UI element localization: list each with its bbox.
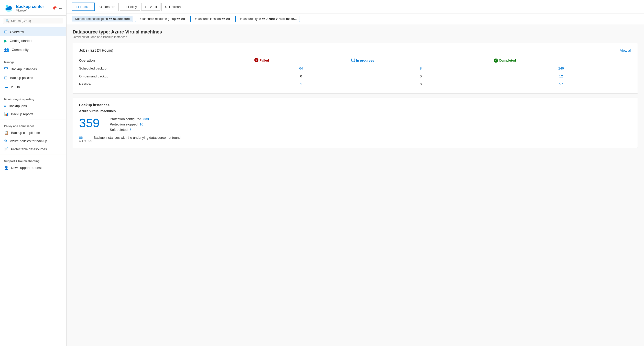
sidebar-item-overview[interactable]: ⊞ Overview — [0, 27, 66, 36]
in-progress-val: 0 — [351, 72, 494, 80]
search-icon: 🔍 — [5, 19, 9, 23]
failed-val: 1 — [254, 80, 351, 88]
bi-stat-value[interactable]: 338 — [143, 117, 149, 121]
sidebar-item-new-support-request[interactable]: 👤 New support request — [0, 164, 66, 172]
backup-button[interactable]: + + Backup — [72, 3, 95, 11]
bi-stat-label: Soft deleted — [110, 128, 127, 132]
backup-jobs-icon: ≡ — [4, 104, 6, 108]
manage-section-label: Manage — [0, 57, 66, 65]
search-container: 🔍 — [0, 16, 66, 26]
bi-card-subtitle: Azure Virtual machines — [79, 109, 631, 113]
search-input[interactable] — [11, 19, 61, 23]
sidebar-item-label: Overview — [10, 30, 24, 34]
sidebar-item-community[interactable]: 👥 Community — [0, 45, 66, 54]
monitoring-section-label: Monitoring + reporting — [0, 95, 66, 102]
sidebar-item-label: Vaults — [11, 85, 20, 89]
sidebar-item-azure-policies[interactable]: ⚙ Azure policies for backup — [0, 137, 66, 145]
bi-stat-row: Protection configured 338 — [110, 117, 149, 121]
bi-stat-label: Protection stopped — [110, 122, 137, 126]
table-row: Restore 1 0 57 — [79, 80, 631, 88]
support-section-label: Support + troubleshooting — [0, 156, 66, 164]
sidebar-header: Backup center Microsoft 📌 ··· — [0, 0, 66, 16]
backup-instances-card: Backup instances Azure Virtual machines … — [73, 98, 638, 148]
sidebar-item-backup-reports[interactable]: 📊 Backup reports — [0, 110, 66, 118]
bi-footer-num[interactable]: 86 — [79, 136, 92, 140]
filter-location[interactable]: Datasource location == All — [190, 16, 233, 22]
sidebar-item-label: Backup jobs — [9, 104, 27, 108]
plus-icon: + — [75, 5, 77, 9]
sidebar-item-getting-started[interactable]: ▶ Getting started — [0, 36, 66, 45]
op-label: Scheduled backup — [79, 64, 254, 72]
sidebar-item-backup-policies[interactable]: ⊞ Backup policies — [0, 73, 66, 82]
app-title-block: Backup center Microsoft — [16, 4, 44, 12]
jobs-card-title: Jobs (last 24 Hours) View all — [79, 48, 631, 52]
bi-stat-label: Protection configured — [110, 117, 141, 121]
vault-button-label: + Vault — [147, 5, 157, 9]
jobs-card: Jobs (last 24 Hours) View all Operation … — [73, 43, 638, 94]
filter-resource-group[interactable]: Datasource resource group == All — [135, 16, 188, 22]
filter-subscription[interactable]: Datasource subscription == 66 selected — [72, 16, 133, 22]
restore-icon: ↺ — [99, 5, 102, 9]
sidebar-item-label: Getting started — [10, 39, 31, 43]
col-operation: Operation — [79, 56, 254, 64]
bi-stat-value[interactable]: 5 — [129, 128, 131, 132]
app-title: Backup center — [16, 4, 44, 9]
col-in-progress: In progress — [351, 56, 494, 64]
bi-footer: 86 out of 359 Backup instances with the … — [79, 136, 631, 143]
community-icon: 👥 — [4, 47, 9, 52]
sidebar-item-label: Backup instances — [11, 67, 37, 71]
table-row: Scheduled backup 64 8 246 — [79, 64, 631, 72]
content-area: Datasource type: Azure Virtual machines … — [67, 24, 644, 346]
refresh-icon: ↻ — [165, 5, 168, 9]
backup-reports-icon: 📊 — [4, 112, 8, 116]
policy-button-label: + Policy — [125, 5, 137, 9]
completed-icon: ✓ — [494, 58, 498, 63]
protectable-datasources-icon: 📄 — [4, 147, 8, 151]
search-bar[interactable]: 🔍 — [3, 18, 63, 24]
app-subtitle: Microsoft — [16, 9, 44, 12]
sidebar-item-backup-instances[interactable]: 🛡 Backup instances — [0, 65, 66, 73]
bi-footer-num-block: 86 out of 359 — [79, 136, 92, 143]
sidebar-item-label: New support request — [11, 166, 42, 170]
filter-subscription-text: Datasource subscription == 66 selected — [75, 17, 130, 21]
vault-button[interactable]: + + Vault — [141, 3, 160, 11]
in-progress-val: 8 — [351, 64, 494, 72]
pin-icon[interactable]: 📌 — [52, 6, 57, 10]
backup-policies-icon: ⊞ — [4, 75, 7, 80]
bi-total-count[interactable]: 359 — [79, 117, 100, 129]
view-all-link[interactable]: View all — [620, 49, 631, 52]
page-subtitle: Overview of Jobs and Backup instances — [73, 35, 638, 39]
filter-location-text: Datasource location == All — [194, 17, 230, 21]
sidebar-item-backup-compliance[interactable]: 📋 Backup compliance — [0, 129, 66, 137]
toolbar: + + Backup ↺ Restore + + Policy + + Vaul… — [67, 0, 644, 14]
bi-stat-value[interactable]: 16 — [140, 122, 143, 126]
col-completed: ✓ Completed — [494, 56, 631, 64]
sidebar-item-label: Protectable datasources — [11, 147, 47, 151]
sidebar-nav: ⊞ Overview ▶ Getting started 👥 Community… — [0, 26, 66, 346]
filter-resource-group-text: Datasource resource group == All — [138, 17, 185, 21]
bi-stat-row: Protection stopped 16 — [110, 122, 149, 126]
op-label: On-demand backup — [79, 72, 254, 80]
bi-footer-sub: out of 359 — [79, 140, 92, 143]
sidebar-item-protectable-datasources[interactable]: 📄 Protectable datasources — [0, 145, 66, 153]
sidebar-item-label: Community — [12, 48, 29, 52]
sidebar-item-label: Backup policies — [10, 76, 33, 80]
page-heading: Datasource type: Azure Virtual machines … — [73, 29, 638, 39]
table-row: On-demand backup 0 0 12 — [79, 72, 631, 80]
backup-button-label: + Backup — [78, 5, 92, 9]
filter-type[interactable]: Datasource type == Azure Virtual mach... — [235, 16, 300, 22]
jobs-table: Operation Failed In progress — [79, 56, 631, 88]
sidebar-item-backup-jobs[interactable]: ≡ Backup jobs — [0, 102, 66, 110]
restore-button[interactable]: ↺ Restore — [96, 3, 119, 11]
azure-policies-icon: ⚙ — [4, 139, 7, 143]
more-icon[interactable]: ··· — [59, 6, 62, 10]
refresh-button[interactable]: ↻ Refresh — [161, 3, 184, 11]
in-progress-icon — [351, 58, 355, 63]
policy-button[interactable]: + + Policy — [120, 3, 140, 11]
bi-footer-desc: Backup instances with the underlying dat… — [94, 136, 181, 140]
op-label: Restore — [79, 80, 254, 88]
bi-card-title: Backup instances — [79, 103, 631, 107]
sidebar-item-vaults[interactable]: ☁ Vaults — [0, 82, 66, 91]
in-progress-val: 0 — [351, 80, 494, 88]
policy-section-label: Policy and compliance — [0, 121, 66, 129]
